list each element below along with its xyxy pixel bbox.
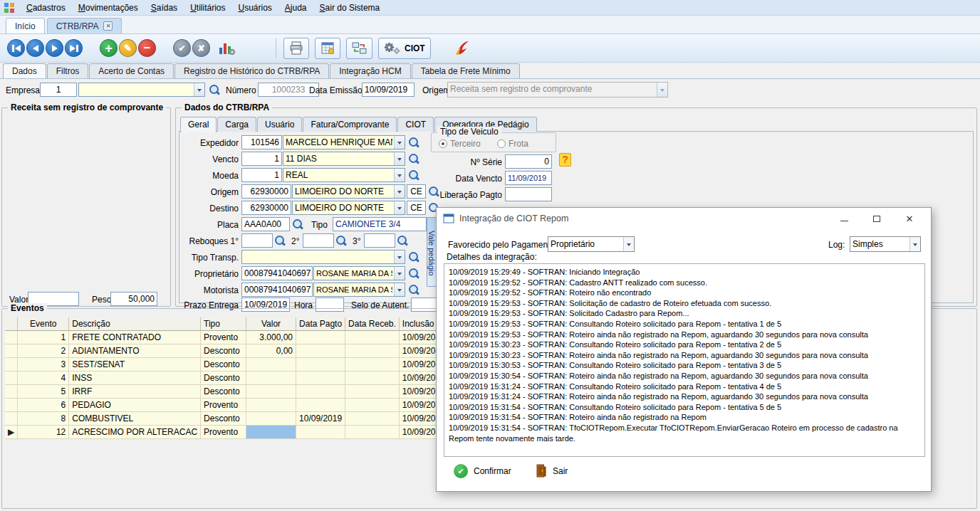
cell-valor[interactable] <box>246 357 296 371</box>
maximize-button[interactable] <box>865 210 888 227</box>
page-tab-tabela-de-frete-minimo[interactable]: Tabela de Frete Mínimo <box>412 63 520 78</box>
reboque2-search-icon[interactable] <box>335 235 347 247</box>
page-tab-dados[interactable]: Dados <box>3 63 46 79</box>
nav-last-button[interactable] <box>65 39 83 57</box>
cell-data-pagto[interactable] <box>296 384 345 398</box>
vencto-select[interactable]: 11 DIAS <box>283 152 405 166</box>
print-button[interactable] <box>283 38 309 59</box>
cell-descricao[interactable]: SEST/SENAT <box>69 357 201 371</box>
origem-code-input[interactable]: 62930000 <box>241 184 291 199</box>
cell-valor[interactable]: 0,00 <box>246 344 296 357</box>
proprietario-select[interactable]: ROSANE MARIA DA SILVA S <box>313 266 405 280</box>
cell-valor[interactable] <box>246 384 296 398</box>
nav-prev-button[interactable] <box>26 39 44 57</box>
origem-select[interactable]: LIMOEIRO DO NORTE <box>292 184 405 199</box>
eventos-row[interactable]: 2ADIANTAMENTODesconto0,0010/09/2019 <box>5 344 449 357</box>
tipo-transp-search-icon[interactable] <box>408 251 419 263</box>
cell-valor[interactable] <box>246 411 296 425</box>
moeda-select[interactable]: REAL <box>283 168 405 182</box>
destino-code-input[interactable]: 62930000 <box>241 201 291 215</box>
cell-tipo[interactable]: Desconto <box>201 371 246 384</box>
placa-input[interactable]: AAA0A00 <box>241 217 290 231</box>
close-button[interactable] <box>898 210 921 227</box>
empresa-select[interactable] <box>78 83 205 97</box>
cell-descricao[interactable]: INSS <box>69 371 201 384</box>
cell-data-pagto[interactable] <box>296 330 345 344</box>
eventos-row[interactable]: 5IRRFDesconto10/09/2019 <box>5 384 449 398</box>
destino-uf-input[interactable]: CE <box>407 201 426 215</box>
cell-tipo[interactable]: Provento <box>201 425 246 438</box>
motorista-code-input[interactable]: 00087941040697 <box>241 283 313 297</box>
vencto-search-icon[interactable] <box>408 153 419 165</box>
cell-data-pagto[interactable] <box>296 357 345 371</box>
cell-data-receb[interactable] <box>345 357 400 371</box>
cell-data-pagto[interactable] <box>296 398 345 411</box>
data-emissao-input[interactable]: 10/09/2019 <box>362 83 415 97</box>
cell-tipo[interactable]: Provento <box>201 398 246 411</box>
edit-button[interactable] <box>119 39 137 57</box>
cancel-record-button[interactable] <box>192 39 210 57</box>
radio-frota[interactable] <box>497 139 506 148</box>
motorista-select[interactable]: ROSANE MARIA DA SILVA S <box>313 283 405 297</box>
page-tab-acerto-de-contas[interactable]: Acerto de Contas <box>89 63 174 78</box>
tab-ctrb-rpa[interactable]: CTRB/RPA✕ <box>47 18 123 33</box>
grid-col-evento[interactable]: Evento <box>18 317 69 330</box>
reboque3-input[interactable] <box>364 233 395 248</box>
cell-data-receb[interactable] <box>345 425 400 438</box>
cell-evento[interactable]: 1 <box>18 330 69 344</box>
chevron-down-icon[interactable] <box>394 251 405 263</box>
data-vencto-input[interactable]: 11/09/2019 <box>505 171 552 185</box>
transfer-button[interactable] <box>346 38 372 59</box>
delete-button[interactable] <box>138 39 156 57</box>
menu-item-cadastros[interactable]: Cadastros <box>20 1 72 14</box>
cell-data-receb[interactable] <box>345 384 400 398</box>
eventos-row[interactable]: 6PEDAGIOProvento10/09/2019 <box>5 398 449 411</box>
chevron-down-icon[interactable] <box>909 237 920 251</box>
confirm-record-button[interactable] <box>173 39 191 57</box>
reboque1-search-icon[interactable] <box>274 235 286 247</box>
expedidor-code-input[interactable]: 101546 <box>241 135 282 149</box>
cell-data-pagto[interactable] <box>296 344 345 357</box>
cell-tipo[interactable]: Desconto <box>201 384 246 398</box>
chevron-down-icon[interactable] <box>394 267 405 280</box>
dialog-log[interactable]: 10/09/2019 15:29:49 - SOFTRAN: Iniciando… <box>444 263 925 457</box>
placa-search-icon[interactable] <box>292 218 303 231</box>
eventos-row[interactable]: 1FRETE CONTRATADOProvento3.000,0010/09/2… <box>5 330 449 344</box>
cell-data-pagto[interactable] <box>296 425 345 438</box>
nav-first-button[interactable] <box>7 39 25 57</box>
cell-valor[interactable]: 3.000,00 <box>246 330 296 344</box>
motorista-search-icon[interactable] <box>408 284 419 296</box>
menu-item-usuarios[interactable]: Usuários <box>231 1 278 14</box>
tipo-veic-input[interactable]: CAMIONETE 3/4 <box>333 217 427 231</box>
chevron-down-icon[interactable] <box>394 152 405 165</box>
chevron-down-icon[interactable] <box>194 83 204 96</box>
page-tab-registro-de-historico-do-ctrb-rpa[interactable]: Registro de Histórico do CTRB/RPA <box>174 63 329 78</box>
cell-evento[interactable]: 8 <box>18 411 69 425</box>
tab-close-icon[interactable]: ✕ <box>103 21 113 31</box>
chevron-down-icon[interactable] <box>394 185 405 198</box>
dialog-title-bar[interactable]: Integração de CIOT Repom <box>437 208 931 229</box>
moeda-search-icon[interactable] <box>408 169 419 181</box>
cell-evento[interactable]: 5 <box>18 384 69 398</box>
chevron-down-icon[interactable] <box>394 136 405 149</box>
menu-item-utilitarios[interactable]: Utilitários <box>184 1 231 14</box>
cell-data-receb[interactable] <box>345 344 400 357</box>
ctrb-tab-usuario[interactable]: Usuário <box>257 117 302 132</box>
ciot-button[interactable]: CIOT <box>378 38 431 59</box>
eventos-row[interactable]: 3SEST/SENATDesconto10/09/2019 <box>5 357 449 371</box>
cell-data-receb[interactable] <box>345 411 400 425</box>
grid-col-tipo[interactable]: Tipo <box>201 317 246 330</box>
cell-tipo[interactable]: Provento <box>201 330 246 344</box>
cell-data-pagto[interactable] <box>296 371 345 384</box>
cell-tipo[interactable]: Desconto <box>201 357 246 371</box>
proprietario-search-icon[interactable] <box>408 268 419 280</box>
destino-select[interactable]: LIMOEIRO DO NORTE <box>292 201 405 215</box>
chart-button[interactable] <box>216 38 239 59</box>
chevron-down-icon[interactable] <box>394 283 405 296</box>
vale-pedagio-tab[interactable]: Vale pedágio <box>427 217 437 287</box>
cell-tipo[interactable]: Desconto <box>201 411 246 425</box>
menu-item-movimentacoes[interactable]: Movimentações <box>72 1 145 14</box>
cell-valor[interactable] <box>246 425 296 438</box>
cell-valor[interactable] <box>246 398 296 411</box>
cell-tipo[interactable]: Desconto <box>201 344 246 357</box>
